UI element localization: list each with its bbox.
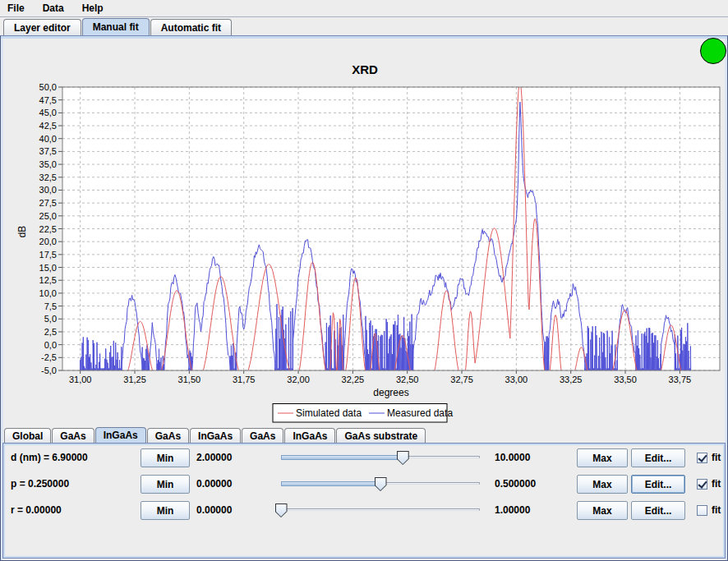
- svg-text:32,5: 32,5: [39, 172, 57, 182]
- min-button[interactable]: Min: [141, 501, 190, 520]
- svg-text:33,00: 33,00: [505, 375, 528, 384]
- svg-text:30,0: 30,0: [39, 185, 57, 195]
- svg-text:Simulated data: Simulated data: [296, 407, 362, 419]
- parameter-row-p: p = 0.250000 Min 0.00000 0.500000 Max Ed…: [3, 475, 725, 494]
- svg-text:32,75: 32,75: [450, 375, 473, 384]
- parameter-slider[interactable]: [275, 448, 484, 467]
- tab-automatic-fit[interactable]: Automatic fit: [150, 19, 232, 35]
- svg-text:42,5: 42,5: [39, 121, 57, 131]
- svg-text:37,5: 37,5: [39, 146, 57, 156]
- min-button[interactable]: Min: [141, 448, 190, 467]
- svg-text:31,50: 31,50: [178, 375, 201, 384]
- svg-text:5,0: 5,0: [44, 314, 57, 324]
- svg-text:40,0: 40,0: [39, 134, 57, 144]
- svg-text:12,5: 12,5: [39, 275, 57, 285]
- parameter-slider[interactable]: [275, 475, 484, 494]
- svg-text:32,00: 32,00: [287, 375, 310, 384]
- menu-help[interactable]: Help: [73, 2, 113, 14]
- slider-thumb-face: [276, 504, 287, 517]
- svg-text:33,25: 33,25: [560, 375, 583, 384]
- application-window: File Data Help Layer editor Manual fit A…: [0, 0, 728, 561]
- svg-text:32,50: 32,50: [396, 375, 419, 384]
- svg-text:50,0: 50,0: [39, 82, 57, 92]
- max-button[interactable]: Max: [577, 475, 628, 494]
- svg-text:Measured data: Measured data: [387, 407, 453, 419]
- max-value: 1.00000: [495, 501, 530, 520]
- parameter-label: r = 0.00000: [11, 501, 62, 520]
- tab-gaas-substrate[interactable]: GaAs substrate: [336, 428, 426, 443]
- svg-text:0,0: 0,0: [44, 340, 57, 350]
- svg-text:32,25: 32,25: [342, 375, 365, 384]
- edit-button[interactable]: Edit...: [631, 475, 685, 494]
- tab-ingaas-1[interactable]: InGaAs: [95, 427, 146, 443]
- svg-text:31,00: 31,00: [69, 375, 92, 384]
- tab-ingaas-3[interactable]: InGaAs: [284, 428, 335, 443]
- tab-manual-fit[interactable]: Manual fit: [82, 18, 150, 35]
- svg-text:2,5: 2,5: [44, 327, 57, 337]
- slider-fill: [281, 455, 403, 460]
- svg-text:degrees: degrees: [373, 387, 408, 398]
- tab-layer-editor[interactable]: Layer editor: [3, 19, 81, 35]
- fit-checkbox[interactable]: [697, 479, 707, 490]
- svg-text:20,0: 20,0: [39, 237, 57, 246]
- max-value: 0.500000: [495, 475, 536, 494]
- parameter-label: d (nm) = 6.90000: [11, 448, 88, 467]
- tab-ingaas-2[interactable]: InGaAs: [190, 428, 241, 443]
- fit-label: fit: [712, 501, 721, 520]
- fit-checkbox[interactable]: [697, 505, 707, 516]
- svg-text:47,5: 47,5: [39, 95, 57, 105]
- min-value: 2.00000: [196, 448, 232, 467]
- svg-text:31,25: 31,25: [123, 375, 146, 384]
- xrd-chart: 50,047,545,042,540,037,535,032,530,027,5…: [1, 38, 728, 424]
- svg-text:-5,0: -5,0: [41, 366, 57, 375]
- tab-gaas-3[interactable]: GaAs: [242, 428, 283, 443]
- slider-track[interactable]: [281, 508, 480, 511]
- tab-gaas-2[interactable]: GaAs: [147, 428, 189, 443]
- svg-text:17,5: 17,5: [39, 250, 57, 260]
- max-value: 10.0000: [495, 448, 530, 467]
- svg-text:31,75: 31,75: [233, 375, 256, 384]
- parameter-label: p = 0.250000: [11, 475, 69, 494]
- svg-text:7,5: 7,5: [44, 301, 57, 311]
- slider-thumb-face: [398, 452, 408, 464]
- menu-file[interactable]: File: [0, 2, 34, 14]
- min-button[interactable]: Min: [141, 475, 190, 494]
- parameter-panel: d (nm) = 6.90000 Min 2.00000 10.0000 Max…: [2, 443, 726, 559]
- layer-tab-bar: Global GaAs InGaAs GaAs InGaAs GaAs InGa…: [1, 425, 727, 443]
- svg-text:35,0: 35,0: [39, 159, 57, 169]
- menu-bar: File Data Help: [0, 0, 728, 17]
- edit-button[interactable]: Edit...: [631, 501, 685, 520]
- manual-fit-panel: 50,047,545,042,540,037,535,032,530,027,5…: [0, 35, 728, 561]
- svg-text:XRD: XRD: [352, 62, 378, 76]
- max-button[interactable]: Max: [577, 448, 628, 467]
- main-tab-bar: Layer editor Manual fit Automatic fit: [0, 17, 728, 35]
- slider-thumb-face: [376, 478, 386, 490]
- slider-thumb[interactable]: [375, 477, 387, 491]
- slider-thumb[interactable]: [397, 451, 409, 465]
- svg-text:-2,5: -2,5: [41, 352, 57, 362]
- svg-text:27,5: 27,5: [39, 198, 57, 208]
- svg-text:45,0: 45,0: [39, 108, 57, 117]
- parameter-row-r: r = 0.00000 Min 0.00000 1.00000 Max Edit…: [3, 501, 725, 521]
- svg-text:dB: dB: [16, 226, 28, 238]
- tab-global[interactable]: Global: [4, 428, 51, 443]
- edit-button[interactable]: Edit...: [631, 448, 685, 467]
- svg-text:33,75: 33,75: [669, 375, 692, 384]
- fit-label: fit: [712, 475, 721, 494]
- slider-fill: [281, 481, 380, 486]
- parameter-row-d: d (nm) = 6.90000 Min 2.00000 10.0000 Max…: [3, 448, 725, 468]
- menu-data[interactable]: Data: [34, 2, 73, 14]
- slider-thumb[interactable]: [275, 504, 288, 517]
- svg-text:10,0: 10,0: [39, 288, 57, 298]
- fit-label: fit: [712, 448, 721, 467]
- parameter-slider[interactable]: [275, 501, 484, 520]
- svg-text:25,0: 25,0: [39, 211, 57, 221]
- svg-text:33,50: 33,50: [614, 375, 637, 384]
- min-value: 0.00000: [196, 475, 232, 494]
- tab-gaas-1[interactable]: GaAs: [52, 428, 94, 443]
- fit-checkbox[interactable]: [697, 453, 707, 463]
- status-indicator-circle: [700, 38, 726, 64]
- svg-text:15,0: 15,0: [39, 263, 57, 273]
- max-button[interactable]: Max: [577, 501, 628, 520]
- svg-text:22,5: 22,5: [39, 224, 57, 234]
